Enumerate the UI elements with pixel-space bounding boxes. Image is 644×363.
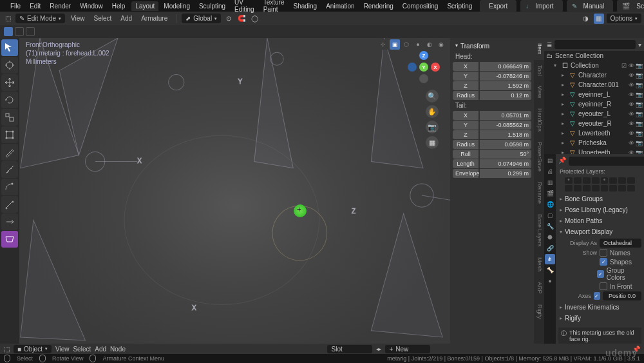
shapes-checkbox[interactable]: ✓ (600, 258, 607, 266)
head-radius-value[interactable]: 0.12 m (480, 91, 531, 100)
prop-tab-armature[interactable]: ⋔ (545, 254, 555, 264)
prop-tab-material[interactable]: ● (545, 276, 555, 286)
prop-tab-object[interactable]: ▢ (545, 210, 555, 221)
position-field[interactable]: Positio 0.0 (603, 291, 641, 300)
new-button[interactable]: + New (385, 345, 430, 353)
tail-z-value[interactable]: 1.518 m (480, 130, 531, 139)
npanel-tab-powersave[interactable]: PowerSave (534, 137, 544, 177)
orientation-dropdown[interactable]: ⬈ Global ▾ (182, 14, 221, 23)
scene-selector[interactable]: 🎬 Scene (617, 0, 644, 12)
panel-inverse-kinematics[interactable]: ▸Inverse Kinematics (558, 302, 641, 313)
editor-type-icon[interactable]: ⬚ (4, 346, 10, 353)
shading-solid-icon[interactable]: ● (413, 39, 423, 50)
prop-tab-viewlayer[interactable]: ▥ (545, 177, 555, 188)
shading-rendered-icon[interactable]: ◉ (436, 39, 446, 50)
slot-dropdown[interactable]: Slot (327, 345, 372, 353)
mode-dropdown[interactable]: ✎ Edit Mode ▾ (15, 14, 65, 23)
npanel-tab-item[interactable]: Item (534, 38, 544, 60)
menu-file[interactable]: File (6, 1, 24, 11)
axes-checkbox[interactable]: ✓ (594, 292, 600, 300)
head-x-value[interactable]: 0.066649 m (480, 62, 531, 71)
panel-rigify[interactable]: ▸Rigify (558, 313, 641, 324)
npanel-tab-rename[interactable]: Rename (534, 177, 544, 209)
workspace-tab[interactable]: Modeling (160, 1, 194, 11)
outliner-item[interactable]: ▸▽eyeouter_R👁📷 (544, 119, 644, 128)
tool-shear[interactable] (1, 231, 18, 248)
menu-window[interactable]: Window (76, 1, 107, 11)
menu-help[interactable]: Help (108, 1, 129, 11)
npanel-tab-bonelayers[interactable]: Bone Layers (534, 209, 544, 252)
npanel-tab-hardops[interactable]: HardOps (534, 103, 544, 137)
manual-button[interactable]: ✎ Manual (567, 0, 614, 12)
envelope-value[interactable]: 0.299 m (480, 169, 531, 178)
prop-tab-physics[interactable]: ⬣ (545, 232, 555, 242)
protected-layers-grid[interactable] (565, 177, 635, 191)
outliner-item[interactable]: ▸▽eyeouter_L👁📷 (544, 109, 644, 119)
length-value[interactable]: 0.074946 m (480, 159, 531, 168)
options-dropdown[interactable]: Options ▾ (607, 14, 641, 23)
tool-extrude[interactable] (1, 213, 18, 230)
filter-icon[interactable]: ▾ (638, 41, 641, 48)
prop-tab-bone[interactable]: 🦴 (545, 265, 555, 275)
head-y-value[interactable]: -0.078246 m (480, 72, 531, 81)
prop-tab-constraint[interactable]: 🔗 (545, 243, 555, 253)
head-z-value[interactable]: 1.592 m (480, 81, 531, 90)
tool-transform[interactable] (1, 126, 18, 143)
in-front-checkbox[interactable] (600, 282, 607, 290)
tool-move[interactable] (1, 74, 18, 91)
perspective-icon[interactable]: ▦ (426, 136, 439, 149)
overlays-toggle-icon[interactable]: ▣ (390, 39, 400, 50)
select-mode-face-icon[interactable] (26, 27, 35, 36)
npanel-tab-rigify[interactable]: Rigify (534, 299, 544, 324)
outliner-item[interactable]: ▸▽Pricheska👁📷 (544, 138, 644, 148)
select-mode-vertex-icon[interactable] (4, 27, 13, 36)
prop-tab-scene[interactable]: 🎬 (545, 188, 555, 199)
panel-pose-library[interactable]: ▸Pose Library (Legacy) (558, 204, 641, 215)
menu-edit[interactable]: Edit (26, 1, 44, 11)
panel-motion-paths[interactable]: ▸Motion Paths (558, 215, 641, 226)
render-icon[interactable]: 📷 (636, 63, 643, 69)
pin-icon[interactable]: 📌 (558, 157, 566, 166)
timeline-view[interactable]: View (55, 346, 70, 353)
properties-search-input[interactable] (569, 157, 644, 166)
outliner-item[interactable]: ▸▽Character👁📷 (544, 70, 644, 80)
workspace-tab[interactable]: Shading (289, 1, 321, 11)
prop-tab-output[interactable]: 🖨 (545, 166, 555, 177)
npanel-tab-view[interactable]: View (534, 81, 544, 103)
tool-scale[interactable] (1, 109, 18, 126)
outliner-search-input[interactable] (554, 40, 636, 49)
prop-tab-modifier[interactable]: 🔧 (545, 221, 555, 231)
npanel-tab-mesh[interactable]: Mesh (534, 252, 544, 277)
workspace-tab[interactable]: Sculpting (195, 1, 229, 11)
editor-type-icon[interactable]: ⬚ (3, 14, 13, 24)
timeline-select[interactable]: Select (73, 346, 91, 353)
workspace-tab[interactable]: Texture Paint (260, 0, 289, 14)
tail-y-value[interactable]: -0.085562 m (480, 121, 531, 130)
object-mode-dropdown[interactable]: ■ Object ▾ (14, 345, 52, 353)
outliner-item[interactable]: ▸▽eyeinner_R👁📷 (544, 99, 644, 109)
npanel-transform-header[interactable]: ▾Transform (453, 41, 531, 52)
names-checkbox[interactable] (600, 249, 607, 257)
header-add[interactable]: Add (117, 14, 135, 23)
timeline-node[interactable]: Node (110, 346, 126, 353)
pan-icon[interactable]: ✋ (426, 105, 439, 118)
npanel-tab-arp[interactable]: ARP (534, 277, 544, 299)
outliner-item[interactable]: ▸▽Lowerteeth👁📷 (544, 128, 644, 138)
tool-rotate[interactable] (1, 92, 18, 108)
outliner-scene-collection[interactable]: 🗀 Scene Collection (544, 51, 644, 61)
outliner-item[interactable]: ▸▽Upperteeth👁📷 (544, 148, 644, 154)
prop-tab-world[interactable]: 🌐 (545, 199, 555, 210)
panel-bone-groups[interactable]: ▸Bone Groups (558, 193, 641, 204)
menu-render[interactable]: Render (46, 1, 75, 11)
tool-select-box[interactable] (1, 39, 18, 56)
outliner-type-icon[interactable]: ≣ (547, 41, 552, 48)
gizmo-z-axis[interactable]: Z (419, 51, 428, 60)
tool-roll[interactable] (1, 179, 18, 195)
navigation-gizmo[interactable]: Z X Y (408, 51, 440, 83)
workspace-tab[interactable]: Rendering (360, 1, 397, 11)
gizmo-y-axis[interactable]: Y (419, 63, 428, 72)
gizmo-x-axis[interactable]: X (431, 63, 440, 72)
workspace-tab[interactable]: Scripting (443, 1, 476, 11)
timeline-add[interactable]: Add (95, 346, 106, 353)
select-mode-edge-icon[interactable] (15, 27, 24, 36)
